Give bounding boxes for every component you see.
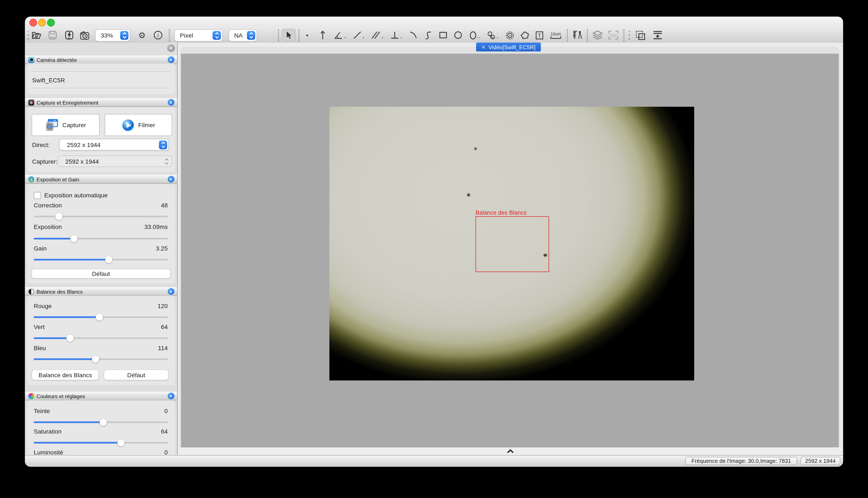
exposure-card: Exposition automatique Correction 48 Exp…: [26, 184, 175, 284]
tab-close-icon[interactable]: ×: [482, 44, 485, 50]
exposure-value: 33.09ms: [144, 223, 168, 230]
open-folder-icon[interactable]: [31, 29, 41, 41]
na-stepper[interactable]: [247, 31, 255, 39]
luminosity-label: Luminosité: [34, 449, 63, 456]
section-title: Balance des Blancs: [37, 289, 82, 295]
svg-text:10um: 10um: [551, 31, 561, 36]
green-slider[interactable]: [34, 334, 168, 342]
calipers-icon[interactable]: [571, 29, 584, 41]
live-resolution-stepper[interactable]: [159, 140, 167, 149]
saturation-slider[interactable]: [34, 438, 168, 446]
capture-resolution-select[interactable]: 2592 x 1944: [58, 155, 173, 167]
capture-button[interactable]: Capturer: [31, 114, 100, 136]
export-icon[interactable]: [652, 29, 664, 41]
record-button[interactable]: Filmer: [105, 114, 172, 136]
unit-stepper[interactable]: [213, 31, 221, 39]
section-header-exposure[interactable]: ± Exposition et Gain «: [25, 174, 177, 183]
svg-text:CSV: CSV: [610, 34, 617, 38]
unit-select[interactable]: Pixel: [174, 29, 222, 41]
zoom-window-button[interactable]: [47, 19, 55, 26]
sidebar: « Caméra détectée « Swift_EC5R Capture e…: [25, 43, 178, 456]
white-balance-card: Rouge 120 Vert 64 Bleu 114 Balance des B…: [26, 296, 175, 385]
zoom-select[interactable]: 33%: [95, 29, 130, 41]
arrow-tool[interactable]: [317, 29, 328, 41]
zoom-value: 33%: [96, 32, 113, 38]
red-value: 120: [158, 303, 168, 309]
capture-resolution-label: Capturer:: [32, 158, 58, 165]
csv-export-icon[interactable]: CSV: [607, 29, 620, 41]
timer-capture-icon[interactable]: [79, 29, 90, 41]
tab-label: Vidéo[Swift_EC5R]: [488, 44, 535, 50]
arc-tool[interactable]: [408, 29, 418, 41]
colors-card: Teinte 0 Saturation 64 Luminosité 0: [26, 400, 175, 456]
tab-video[interactable]: × Vidéo[Swift_EC5R]: [476, 43, 541, 51]
ellipse-tool[interactable]: ⌄: [468, 29, 482, 41]
camera-detected-icon: [28, 57, 34, 63]
perpendicular-tool[interactable]: ⌄: [389, 29, 404, 41]
exposure-default-button[interactable]: Défaut: [31, 269, 171, 278]
concentric-circles-tool[interactable]: [504, 29, 515, 41]
curve-tool[interactable]: [423, 29, 433, 41]
capture-record-icon: [28, 99, 34, 105]
red-slider[interactable]: [34, 313, 168, 321]
title-bar: [25, 17, 843, 28]
dust-speck: [474, 148, 476, 150]
blue-slider[interactable]: [34, 355, 168, 363]
point-tool[interactable]: [302, 29, 312, 41]
collapse-section-icon[interactable]: «: [168, 99, 174, 106]
close-window-button[interactable]: [29, 19, 37, 26]
luminosity-value: 0: [164, 449, 168, 456]
collapse-sidebar-button[interactable]: «: [167, 44, 175, 52]
collapse-section-icon[interactable]: «: [168, 56, 174, 63]
capture-card: Capturer Filmer Direct: 2592 x 1944 Capt…: [26, 107, 175, 172]
auto-exposure-checkbox[interactable]: [34, 192, 41, 199]
saturation-value: 64: [161, 428, 168, 435]
white-balance-button[interactable]: Balance des Blancs: [32, 370, 99, 380]
text-frame-tool[interactable]: T: [534, 29, 545, 41]
video-viewport[interactable]: Balance des Blancs: [181, 54, 839, 448]
settings-gear-icon[interactable]: ⚙: [137, 29, 147, 41]
white-balance-roi-rect[interactable]: [475, 216, 549, 272]
correction-label: Correction: [34, 202, 62, 208]
line-tool[interactable]: ⌄: [352, 29, 367, 41]
live-resolution-select[interactable]: 2592 x 1944: [59, 139, 169, 150]
camera-device-name[interactable]: Swift_EC5R: [32, 77, 65, 83]
collapse-section-icon[interactable]: «: [168, 176, 174, 182]
section-header-colors[interactable]: Couleurs et réglages «: [25, 391, 177, 400]
zoom-stepper[interactable]: [120, 31, 128, 39]
layers-icon[interactable]: [591, 29, 603, 41]
frame-info-status: Fréquence de l'Image: 30.0,Image: 7831: [685, 457, 797, 465]
save-icon[interactable]: [47, 29, 58, 41]
hue-slider[interactable]: [34, 418, 168, 426]
na-value: NA: [229, 32, 243, 38]
hue-value: 0: [164, 407, 168, 414]
burst-capture-icon[interactable]: [64, 29, 74, 41]
annulus-tool[interactable]: ⌄: [486, 29, 500, 41]
capture-resolution-value: 2592 x 1944: [65, 158, 99, 165]
cursor-tool[interactable]: [282, 29, 296, 42]
rectangle-tool[interactable]: [438, 29, 448, 41]
polygon-tool[interactable]: [519, 29, 530, 41]
info-icon[interactable]: i: [153, 29, 163, 41]
bottom-panel-handle[interactable]: [178, 447, 843, 456]
exposure-slider[interactable]: [34, 235, 168, 242]
collapse-section-icon[interactable]: «: [168, 393, 174, 399]
canvas-panel: Balance des Blancs: [180, 48, 839, 448]
gain-slider[interactable]: [34, 255, 168, 263]
white-balance-default-button[interactable]: Défaut: [104, 370, 168, 380]
section-header-camera[interactable]: Caméra détectée «: [25, 55, 177, 64]
section-header-white-balance[interactable]: Balance des Blancs «: [25, 287, 177, 296]
scale-bar-tool[interactable]: 10um: [549, 29, 562, 41]
collapse-section-icon[interactable]: «: [168, 288, 174, 294]
minimize-window-button[interactable]: [38, 19, 46, 26]
copy-icon[interactable]: [634, 29, 647, 41]
correction-slider[interactable]: [34, 212, 168, 220]
hue-label: Teinte: [34, 407, 50, 414]
section-header-capture[interactable]: Capture et Enregistrement «: [25, 97, 177, 107]
circle-tool[interactable]: [453, 29, 463, 41]
parallel-lines-tool[interactable]: ⌄: [370, 29, 385, 41]
angle-tool[interactable]: ⌄: [333, 29, 348, 41]
section-title: Caméra détectée: [37, 57, 77, 63]
na-select[interactable]: NA: [229, 29, 257, 41]
capture-resolution-stepper[interactable]: [162, 157, 170, 166]
